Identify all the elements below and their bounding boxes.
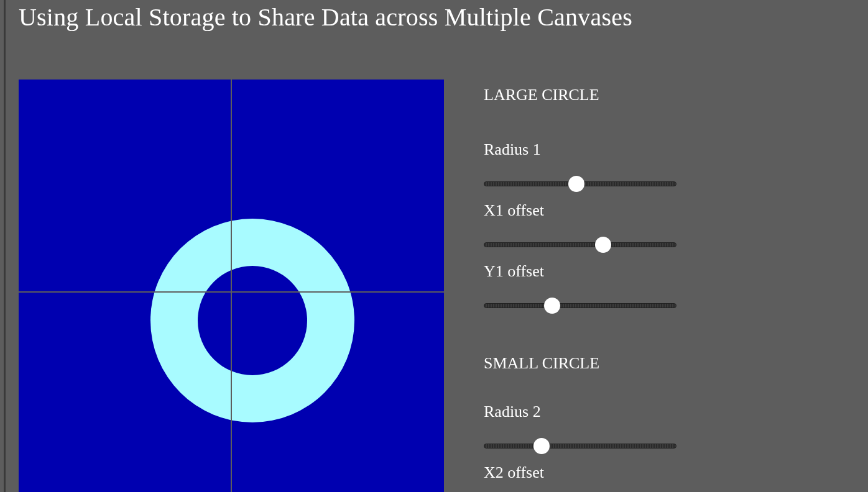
page: Using Local Storage to Share Data across…: [19, 0, 868, 492]
page-title: Using Local Storage to Share Data across…: [19, 0, 868, 32]
y1-offset-slider[interactable]: [484, 303, 676, 308]
svg-rect-5: [19, 293, 231, 492]
x1-offset-slider[interactable]: [484, 242, 676, 247]
svg-rect-6: [232, 293, 444, 492]
canvas-bottom-left[interactable]: [19, 293, 231, 492]
y1-offset-label: Y1 offset: [484, 262, 683, 281]
canvas-top-right[interactable]: [232, 80, 444, 291]
ring-shape: [19, 293, 231, 492]
svg-rect-3: [19, 80, 231, 291]
ring-shape: [19, 80, 231, 291]
ring-shape: [232, 80, 444, 291]
canvas-grid: [19, 80, 444, 492]
large-circle-heading: LARGE CIRCLE: [484, 86, 683, 104]
left-border-rule: [4, 0, 6, 492]
canvas-bottom-right[interactable]: [232, 293, 444, 492]
canvas-top-left[interactable]: [19, 80, 231, 291]
content-row: LARGE CIRCLE Radius 1 X1 offset Y1 offse…: [19, 80, 683, 492]
x1-offset-label: X1 offset: [484, 201, 683, 220]
controls-panel: LARGE CIRCLE Radius 1 X1 offset Y1 offse…: [484, 80, 683, 492]
radius-1-label: Radius 1: [484, 140, 683, 159]
ring-shape: [232, 293, 444, 492]
small-circle-heading: SMALL CIRCLE: [484, 354, 683, 373]
radius-1-slider[interactable]: [484, 181, 676, 186]
svg-rect-4: [232, 80, 444, 291]
x2-offset-label: X2 offset: [484, 463, 683, 482]
radius-2-slider[interactable]: [484, 444, 676, 449]
radius-2-label: Radius 2: [484, 403, 683, 421]
